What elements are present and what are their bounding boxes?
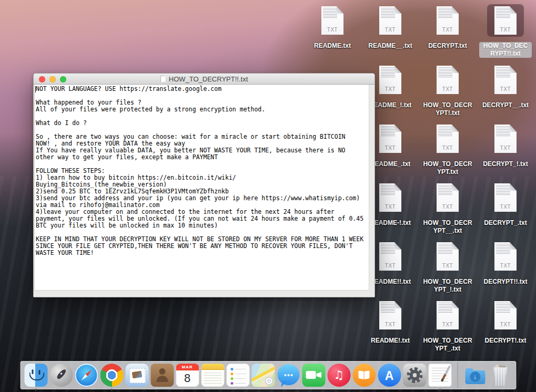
file-label: README-!.txt: [370, 219, 411, 227]
desktop: TXT README.txt TXT README__.txt TXT DECR…: [0, 0, 536, 392]
document-lines: [438, 244, 452, 254]
txt-badge: TXT: [494, 263, 517, 269]
desktop-file-icon[interactable]: TXT README__.txt: [361, 4, 419, 50]
page-fold: [510, 125, 517, 132]
desktop-file-icon[interactable]: TXT HOW_TO_DECRYPT_!.txt: [419, 240, 477, 294]
page-fold: [395, 242, 401, 250]
txt-document-icon: TXT: [494, 183, 517, 212]
file-icon-frame: TXT: [372, 181, 409, 214]
file-icon-frame: TXT: [429, 240, 466, 273]
file-label: HOW_TO_DECRYPT!.txt: [421, 101, 474, 117]
file-icon-frame: TXT: [429, 299, 466, 332]
desktop-file-icon[interactable]: TXT HOW_TO_DECRYPT__.txt: [419, 181, 477, 235]
page-fold: [452, 242, 459, 250]
dock-app-store-icon[interactable]: [378, 364, 401, 387]
txt-badge: TXT: [437, 27, 459, 33]
document-text: NOT YOUR LANGUAGE? USE https://translate…: [35, 85, 369, 256]
dock-reminders-icon[interactable]: [226, 364, 249, 387]
document-lines: [438, 126, 452, 136]
file-icon-frame: TXT: [372, 4, 409, 37]
dock-notes-icon[interactable]: [201, 364, 224, 387]
file-icon-frame: TXT: [429, 4, 466, 37]
txt-badge: TXT: [437, 86, 459, 92]
page-fold: [510, 66, 517, 73]
dock-mail-icon[interactable]: [125, 364, 148, 387]
window-controls: [39, 74, 66, 85]
document-lines: [381, 185, 395, 195]
desktop-file-icon[interactable]: TXT DECRYPT!!.txt: [477, 240, 534, 286]
dock-textedit-icon[interactable]: [428, 364, 451, 387]
desktop-file-icon[interactable]: TXT DECRYPT_.txt: [477, 181, 534, 227]
document-lines: [381, 303, 395, 313]
page-fold: [395, 125, 401, 132]
minimize-button[interactable]: [49, 76, 56, 82]
document-lines: [381, 8, 395, 18]
txt-badge: TXT: [379, 27, 401, 33]
page-fold: [452, 301, 459, 308]
dock-launchpad-icon[interactable]: [49, 364, 73, 387]
file-label: HOW_TO_DECRYPT_!.txt: [421, 278, 474, 294]
dock-finder-icon[interactable]: [24, 364, 47, 387]
running-indicator: [439, 389, 441, 391]
txt-badge: TXT: [321, 27, 343, 33]
title-area: HOW_TO_DECRYPT!!.txt: [160, 75, 248, 83]
document-lines: [438, 185, 452, 195]
window-titlebar[interactable]: HOW_TO_DECRYPT!!.txt: [34, 74, 375, 85]
page-fold: [452, 183, 459, 191]
document-lines: [496, 8, 510, 18]
dock-chrome-icon[interactable]: [100, 364, 123, 387]
file-icon-frame: TXT: [487, 299, 524, 332]
running-indicator: [110, 389, 113, 391]
desktop-file-icon[interactable]: TXT HOW_TO_DECRYPT.txt: [419, 122, 477, 176]
txt-badge: TXT: [437, 204, 459, 210]
txt-badge: TXT: [494, 145, 517, 151]
dock-calendar-icon[interactable]: MAR8: [176, 364, 199, 387]
txt-badge: TXT: [379, 145, 401, 151]
file-label: HOW_TO_DECRYPT_.txt: [421, 337, 474, 353]
txt-document-icon: TXT: [379, 301, 401, 329]
txt-document-icon: TXT: [437, 183, 459, 212]
file-label: HOW_TO_DECRYPT.txt: [421, 160, 474, 176]
page-fold: [452, 125, 459, 132]
dock-downloads-folder-icon[interactable]: [463, 364, 487, 387]
dock-facetime-icon[interactable]: [302, 364, 325, 387]
dock-ibooks-icon[interactable]: [352, 364, 376, 387]
page-fold: [395, 6, 401, 14]
page-fold: [395, 301, 401, 308]
textedit-window: HOW_TO_DECRYPT!!.txt NOT YOUR LANGUAGE? …: [33, 73, 375, 297]
txt-document-icon: TXT: [494, 242, 517, 271]
document-lines: [381, 244, 395, 254]
zoom-button[interactable]: [60, 76, 66, 82]
dock-maps-icon[interactable]: [251, 364, 275, 387]
dock-trash-icon[interactable]: [489, 364, 512, 387]
desktop-file-icon[interactable]: TXT DECRYPT__.txt: [477, 64, 534, 109]
desktop-file-icon[interactable]: TXT DECRYPT!.txt: [477, 299, 534, 345]
document-lines: [438, 303, 452, 313]
close-button[interactable]: [39, 76, 45, 82]
txt-document-icon: TXT: [379, 242, 401, 271]
desktop-file-icon[interactable]: TXT DECRYPT.txt: [419, 4, 477, 50]
desktop-file-icon-selected[interactable]: TXT HOW_TO_DECRYPT!!.txt: [477, 4, 534, 58]
desktop-file-icon[interactable]: TXT DECRYPT_!.txt: [477, 122, 534, 168]
file-label: README!.txt: [371, 337, 410, 345]
file-label: DECRYPT__.txt: [482, 101, 529, 109]
txt-badge: TXT: [494, 204, 517, 210]
document-lines: [323, 8, 337, 18]
file-icon-frame: TXT: [372, 299, 409, 332]
desktop-file-icon[interactable]: TXT HOW_TO_DECRYPT_.txt: [419, 299, 477, 353]
document-lines: [496, 185, 510, 195]
desktop-file-icon[interactable]: TXT README!.txt: [361, 299, 419, 345]
txt-document-icon: TXT: [437, 242, 459, 271]
txt-badge: TXT: [379, 322, 401, 327]
dock-contacts-icon[interactable]: [150, 364, 174, 387]
desktop-file-icon[interactable]: TXT README.txt: [304, 4, 361, 50]
desktop-file-icon[interactable]: TXT HOW_TO_DECRYPT!.txt: [419, 64, 477, 117]
page-fold: [510, 301, 517, 308]
text-editor-area[interactable]: NOT YOUR LANGUAGE? USE https://translate…: [34, 85, 369, 291]
txt-document-icon: TXT: [437, 6, 459, 35]
dock-safari-icon[interactable]: [75, 364, 98, 387]
dock-messages-icon[interactable]: [277, 364, 300, 387]
dock-itunes-icon[interactable]: [327, 364, 350, 387]
dock-system-preferences-icon[interactable]: [403, 364, 426, 387]
document-lines: [381, 67, 395, 77]
